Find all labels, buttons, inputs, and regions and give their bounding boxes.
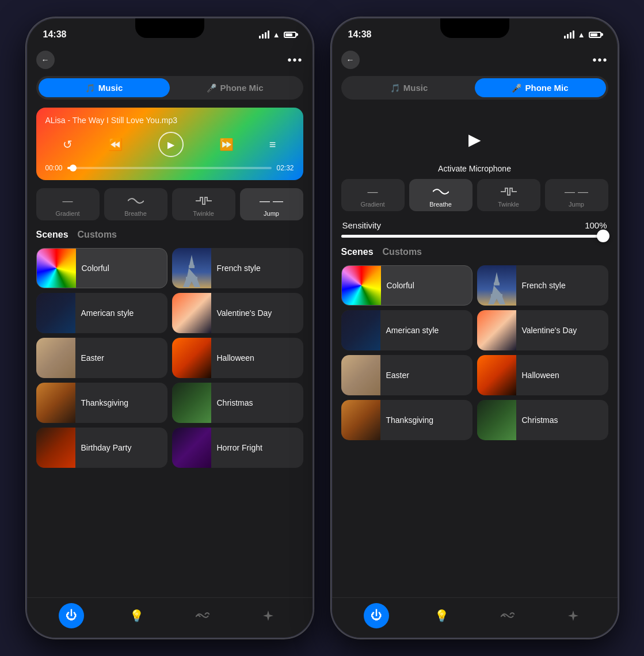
scene-easter-2[interactable]: Easter xyxy=(341,355,472,395)
wifi-icon: ▲ xyxy=(273,30,280,39)
scene-christmas[interactable]: Christmas xyxy=(172,383,303,423)
power-nav-button-2[interactable]: ⏻ xyxy=(364,603,389,628)
breathe-icon xyxy=(106,194,165,208)
effects-row: — Gradient Breathe Twinkle — — Jump xyxy=(36,188,303,220)
effect-breathe-button-2[interactable]: Breathe xyxy=(409,179,472,211)
repeat-button[interactable]: ↺ xyxy=(63,138,73,151)
activate-mic-label: Activate Microphone xyxy=(438,164,511,173)
customs-tab-2[interactable]: Customs xyxy=(383,247,422,258)
scene-christmas-2[interactable]: Christmas xyxy=(477,400,608,440)
music-tab-button[interactable]: 🎵 Music xyxy=(39,78,170,97)
back-button[interactable]: ← xyxy=(36,51,55,69)
battery-icon xyxy=(284,32,296,38)
music-nav-button[interactable] xyxy=(190,603,215,628)
notch-2 xyxy=(440,18,509,38)
scene-thanksgiving-2[interactable]: Thanksgiving xyxy=(341,400,472,440)
phone1: 14:38 ▲ ← ••• 🎵 Music xyxy=(26,17,314,639)
progress-bar[interactable] xyxy=(67,167,272,169)
effect-twinkle-button-2[interactable]: Twinkle xyxy=(477,179,540,211)
time-total: 02:32 xyxy=(276,164,294,172)
phone2: 14:38 ▲ ← ••• 🎵 Music xyxy=(331,17,619,639)
notch xyxy=(135,18,204,38)
scene-thumb-thanksgiving xyxy=(36,383,75,423)
scene-easter[interactable]: Easter xyxy=(36,338,167,378)
scene-colorful-2[interactable]: Colorful xyxy=(341,265,472,306)
scene-american[interactable]: American style xyxy=(36,293,167,333)
scenes-tab-2[interactable]: Scenes xyxy=(341,247,374,258)
breathe-icon-2 xyxy=(411,185,470,199)
song-title: ALisa - The Way I Still Love You.mp3 xyxy=(45,116,294,125)
customs-tab[interactable]: Customs xyxy=(78,230,117,241)
scene-thumb-american xyxy=(36,293,75,333)
scenes-grid-2: Colorful French style xyxy=(341,265,608,440)
scene-valentine[interactable]: Valentine's Day xyxy=(172,293,303,333)
signal-icon xyxy=(259,30,269,39)
twinkle-icon-2 xyxy=(479,185,538,199)
fast-forward-button[interactable]: ⏩ xyxy=(219,138,234,151)
mic-tab-button-2[interactable]: 🎤 Phone Mic xyxy=(475,78,606,97)
section-tabs: Scenes Customs xyxy=(36,230,303,241)
scene-halloween[interactable]: Halloween xyxy=(172,338,303,378)
progress-row: 00:00 02:32 xyxy=(45,164,294,172)
music-note-icon: 🎵 xyxy=(85,83,95,93)
music-tab-button-2[interactable]: 🎵 Music xyxy=(344,78,475,97)
svg-marker-14 xyxy=(488,297,505,304)
effect-jump-button[interactable]: — — Jump xyxy=(240,188,303,220)
jump-icon-2: — — xyxy=(547,185,606,199)
microphone-icon: 🎤 xyxy=(207,83,216,93)
app-content-2: ← ••• 🎵 Music 🎤 Phone Mic ▶ Activate Mic… xyxy=(332,46,618,597)
scene-valentine-2[interactable]: Valentine's Day xyxy=(477,310,608,350)
music-nav-button-2[interactable] xyxy=(495,603,520,628)
scene-thanksgiving[interactable]: Thanksgiving xyxy=(36,383,167,423)
effect-gradient-button-2[interactable]: — Gradient xyxy=(341,179,405,211)
scene-american-2[interactable]: American style xyxy=(341,310,472,350)
effect-twinkle-button[interactable]: Twinkle xyxy=(172,188,235,220)
scene-french[interactable]: French style xyxy=(172,248,303,288)
microphone-icon-2: 🎤 xyxy=(512,83,521,93)
scene-thumb-christmas-2 xyxy=(477,400,516,440)
top-nav-2: ← ••• xyxy=(341,46,608,76)
more-button-2[interactable]: ••• xyxy=(592,54,608,67)
fan-nav-button[interactable] xyxy=(256,603,281,628)
scene-birthday[interactable]: Birthday Party xyxy=(36,428,167,468)
fan-nav-button-2[interactable] xyxy=(561,603,586,628)
scene-horror[interactable]: Horror Fright xyxy=(172,428,303,468)
light-nav-button[interactable]: 💡 xyxy=(124,603,150,628)
music-note-icon-2: 🎵 xyxy=(390,83,400,93)
playlist-button[interactable]: ≡ xyxy=(269,138,276,151)
effect-gradient-button[interactable]: — Gradient xyxy=(36,188,100,220)
music-player: ALisa - The Way I Still Love You.mp3 ↺ ⏪… xyxy=(36,108,303,180)
back-button-2[interactable]: ← xyxy=(341,51,360,69)
scene-colorful[interactable]: Colorful xyxy=(36,248,167,288)
scenes-tab[interactable]: Scenes xyxy=(36,230,68,241)
scene-thumb-french-2 xyxy=(477,265,516,306)
svg-marker-12 xyxy=(492,285,501,294)
mic-tab-button[interactable]: 🎤 Phone Mic xyxy=(170,78,301,97)
scene-thumb-french xyxy=(172,248,211,288)
scene-halloween-2[interactable]: Halloween xyxy=(477,355,608,395)
power-nav-button[interactable]: ⏻ xyxy=(59,603,84,628)
effect-jump-button-2[interactable]: — — Jump xyxy=(545,179,608,211)
svg-point-9 xyxy=(267,615,269,617)
sensitivity-slider[interactable] xyxy=(341,235,608,238)
scene-thumb-colorful-2 xyxy=(342,265,381,306)
svg-marker-4 xyxy=(183,280,200,287)
app-content-1: ← ••• 🎵 Music 🎤 Phone Mic ALisa - The Wa… xyxy=(27,46,313,597)
scene-french-2[interactable]: French style xyxy=(477,265,608,306)
light-nav-button-2[interactable]: 💡 xyxy=(429,603,455,628)
scene-thumb-halloween-2 xyxy=(477,355,516,395)
more-button[interactable]: ••• xyxy=(287,54,303,67)
scene-thumb-valentine xyxy=(172,293,211,333)
gradient-icon: — xyxy=(39,194,97,208)
rewind-button[interactable]: ⏪ xyxy=(108,138,123,151)
status-icons: ▲ xyxy=(259,30,296,39)
svg-rect-3 xyxy=(186,277,197,280)
effect-breathe-button[interactable]: Breathe xyxy=(104,188,167,220)
top-nav: ← ••• xyxy=(36,46,303,76)
status-time: 14:38 xyxy=(43,29,67,40)
activate-mic-button[interactable]: ▶ xyxy=(455,119,495,159)
play-button[interactable]: ▶ xyxy=(158,132,184,157)
svg-point-19 xyxy=(572,615,574,617)
scene-thumb-birthday xyxy=(36,428,75,468)
section-tabs-2: Scenes Customs xyxy=(341,247,608,258)
